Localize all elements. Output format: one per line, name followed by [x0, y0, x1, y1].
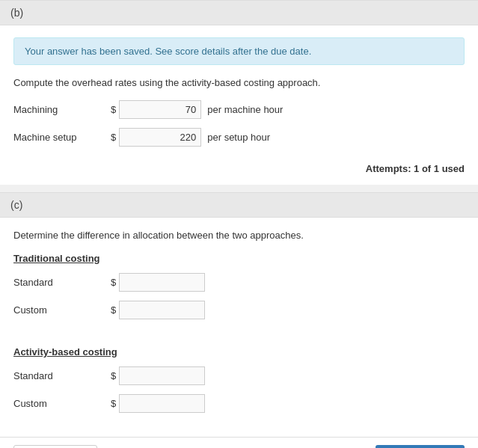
- traditional-standard-dollar: $: [111, 277, 116, 288]
- footer-right: Attempts: 0 of 1 used Submit Answer: [266, 445, 465, 448]
- section-c-header: (c): [0, 192, 478, 218]
- traditional-standard-label: Standard: [13, 277, 111, 288]
- alert-message: Your answer has been saved. See score de…: [13, 37, 465, 65]
- activity-custom-dollar: $: [111, 398, 116, 409]
- save-for-later-button[interactable]: Save for Later: [13, 445, 97, 448]
- traditional-standard-row: Standard $: [13, 273, 465, 292]
- activity-standard-dollar: $: [111, 370, 116, 381]
- spacer: [0, 185, 478, 192]
- machining-unit: per machine hour: [207, 104, 283, 115]
- activity-custom-input[interactable]: [119, 394, 205, 413]
- section-b: (b) Your answer has been saved. See scor…: [0, 0, 478, 185]
- machine-setup-input[interactable]: [119, 128, 201, 147]
- machining-input[interactable]: [119, 100, 201, 119]
- activity-custom-row: Custom $: [13, 394, 465, 413]
- section-b-content: Your answer has been saved. See score de…: [0, 25, 478, 185]
- machine-setup-label: Machine setup: [13, 132, 111, 143]
- section-c-content: Determine the difference in allocation b…: [0, 218, 478, 437]
- section-c-title: (c): [10, 199, 22, 211]
- traditional-costing-title: Traditional costing: [13, 253, 465, 264]
- activity-based-costing-section: Activity-based costing Standard $ Custom…: [13, 346, 465, 413]
- activity-based-costing-title: Activity-based costing: [13, 346, 465, 358]
- machining-label: Machining: [13, 104, 111, 115]
- machine-setup-unit: per setup hour: [207, 132, 270, 143]
- section-b-instruction: Compute the overhead rates using the act…: [13, 77, 465, 88]
- footer-bar: Save for Later Attempts: 0 of 1 used Sub…: [0, 437, 478, 448]
- submit-answer-button[interactable]: Submit Answer: [376, 445, 465, 448]
- traditional-costing-section: Traditional costing Standard $ Custom $: [13, 253, 465, 319]
- activity-standard-label: Standard: [13, 370, 111, 381]
- traditional-standard-input[interactable]: [119, 273, 205, 292]
- section-b-title: (b): [10, 7, 23, 19]
- section-c: (c) Determine the difference in allocati…: [0, 192, 478, 437]
- machine-setup-row: Machine setup $ per setup hour: [13, 128, 465, 147]
- section-c-instruction: Determine the difference in allocation b…: [13, 230, 465, 241]
- traditional-custom-dollar: $: [111, 304, 116, 316]
- activity-custom-label: Custom: [13, 398, 111, 409]
- machining-row: Machining $ per machine hour: [13, 100, 465, 119]
- traditional-custom-label: Custom: [13, 304, 111, 316]
- activity-standard-input[interactable]: [119, 366, 205, 385]
- section-b-attempts: Attempts: 1 of 1 used: [13, 156, 465, 177]
- machining-dollar: $: [111, 104, 116, 115]
- activity-standard-row: Standard $: [13, 366, 465, 385]
- section-b-header: (b): [0, 0, 478, 25]
- spacer-inner: [13, 328, 465, 340]
- machine-setup-dollar: $: [111, 132, 116, 143]
- traditional-custom-row: Custom $: [13, 301, 465, 319]
- traditional-custom-input[interactable]: [119, 301, 205, 319]
